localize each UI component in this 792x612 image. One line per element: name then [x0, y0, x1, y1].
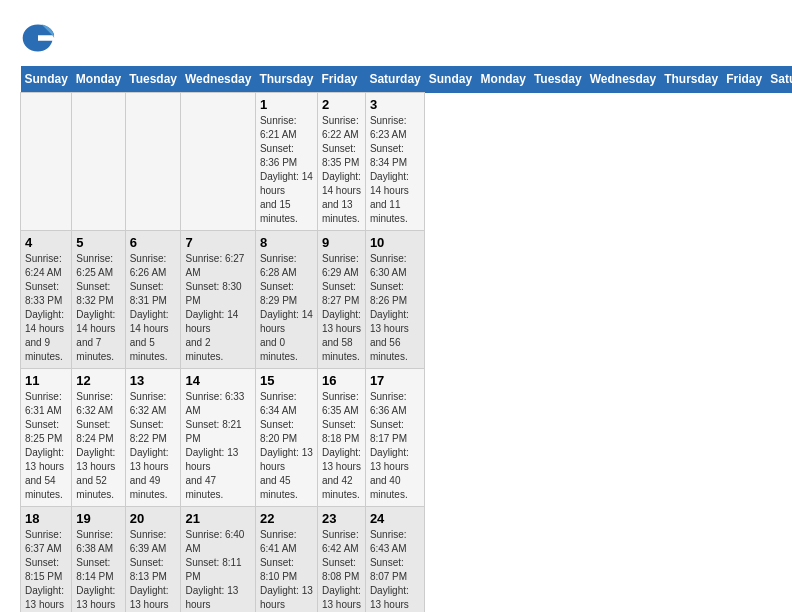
calendar-header-row: SundayMondayTuesdayWednesdayThursdayFrid… — [21, 66, 793, 93]
day-info: Sunrise: 6:27 AM Sunset: 8:30 PM Dayligh… — [185, 252, 250, 364]
calendar-cell: 15Sunrise: 6:34 AM Sunset: 8:20 PM Dayli… — [255, 369, 317, 507]
calendar-cell: 9Sunrise: 6:29 AM Sunset: 8:27 PM Daylig… — [317, 231, 365, 369]
day-number: 20 — [130, 511, 177, 526]
day-info: Sunrise: 6:29 AM Sunset: 8:27 PM Dayligh… — [322, 252, 361, 364]
calendar-cell: 18Sunrise: 6:37 AM Sunset: 8:15 PM Dayli… — [21, 507, 72, 613]
day-info: Sunrise: 6:32 AM Sunset: 8:22 PM Dayligh… — [130, 390, 177, 502]
day-info: Sunrise: 6:38 AM Sunset: 8:14 PM Dayligh… — [76, 528, 120, 612]
day-number: 14 — [185, 373, 250, 388]
day-info: Sunrise: 6:37 AM Sunset: 8:15 PM Dayligh… — [25, 528, 67, 612]
header-saturday: Saturday — [365, 66, 424, 93]
calendar-week-row: 18Sunrise: 6:37 AM Sunset: 8:15 PM Dayli… — [21, 507, 793, 613]
header-friday: Friday — [722, 66, 766, 93]
day-number: 12 — [76, 373, 120, 388]
day-number: 17 — [370, 373, 420, 388]
day-info: Sunrise: 6:32 AM Sunset: 8:24 PM Dayligh… — [76, 390, 120, 502]
day-number: 3 — [370, 97, 420, 112]
header-sunday: Sunday — [425, 66, 477, 93]
day-number: 9 — [322, 235, 361, 250]
day-number: 23 — [322, 511, 361, 526]
calendar-cell: 2Sunrise: 6:22 AM Sunset: 8:35 PM Daylig… — [317, 93, 365, 231]
day-info: Sunrise: 6:34 AM Sunset: 8:20 PM Dayligh… — [260, 390, 313, 502]
day-info: Sunrise: 6:41 AM Sunset: 8:10 PM Dayligh… — [260, 528, 313, 612]
day-info: Sunrise: 6:31 AM Sunset: 8:25 PM Dayligh… — [25, 390, 67, 502]
calendar-cell: 13Sunrise: 6:32 AM Sunset: 8:22 PM Dayli… — [125, 369, 181, 507]
header-tuesday: Tuesday — [530, 66, 586, 93]
day-info: Sunrise: 6:43 AM Sunset: 8:07 PM Dayligh… — [370, 528, 420, 612]
day-info: Sunrise: 6:25 AM Sunset: 8:32 PM Dayligh… — [76, 252, 120, 364]
header-monday: Monday — [477, 66, 530, 93]
calendar-cell: 21Sunrise: 6:40 AM Sunset: 8:11 PM Dayli… — [181, 507, 255, 613]
logo-icon — [20, 20, 56, 56]
calendar-cell: 8Sunrise: 6:28 AM Sunset: 8:29 PM Daylig… — [255, 231, 317, 369]
day-info: Sunrise: 6:30 AM Sunset: 8:26 PM Dayligh… — [370, 252, 420, 364]
header-thursday: Thursday — [660, 66, 722, 93]
calendar-cell: 12Sunrise: 6:32 AM Sunset: 8:24 PM Dayli… — [72, 369, 125, 507]
day-number: 16 — [322, 373, 361, 388]
calendar-cell — [125, 93, 181, 231]
calendar-cell: 17Sunrise: 6:36 AM Sunset: 8:17 PM Dayli… — [365, 369, 424, 507]
day-number: 2 — [322, 97, 361, 112]
calendar-cell: 5Sunrise: 6:25 AM Sunset: 8:32 PM Daylig… — [72, 231, 125, 369]
logo — [20, 20, 62, 56]
day-number: 7 — [185, 235, 250, 250]
header-thursday: Thursday — [255, 66, 317, 93]
header-wednesday: Wednesday — [181, 66, 255, 93]
day-number: 22 — [260, 511, 313, 526]
header-saturday: Saturday — [766, 66, 792, 93]
day-number: 10 — [370, 235, 420, 250]
day-number: 5 — [76, 235, 120, 250]
day-info: Sunrise: 6:24 AM Sunset: 8:33 PM Dayligh… — [25, 252, 67, 364]
day-info: Sunrise: 6:35 AM Sunset: 8:18 PM Dayligh… — [322, 390, 361, 502]
day-number: 8 — [260, 235, 313, 250]
calendar-cell: 19Sunrise: 6:38 AM Sunset: 8:14 PM Dayli… — [72, 507, 125, 613]
calendar-cell: 7Sunrise: 6:27 AM Sunset: 8:30 PM Daylig… — [181, 231, 255, 369]
day-info: Sunrise: 6:22 AM Sunset: 8:35 PM Dayligh… — [322, 114, 361, 226]
calendar-cell: 11Sunrise: 6:31 AM Sunset: 8:25 PM Dayli… — [21, 369, 72, 507]
day-info: Sunrise: 6:39 AM Sunset: 8:13 PM Dayligh… — [130, 528, 177, 612]
header-monday: Monday — [72, 66, 125, 93]
day-info: Sunrise: 6:28 AM Sunset: 8:29 PM Dayligh… — [260, 252, 313, 364]
calendar-cell: 6Sunrise: 6:26 AM Sunset: 8:31 PM Daylig… — [125, 231, 181, 369]
day-info: Sunrise: 6:40 AM Sunset: 8:11 PM Dayligh… — [185, 528, 250, 612]
calendar-cell: 20Sunrise: 6:39 AM Sunset: 8:13 PM Dayli… — [125, 507, 181, 613]
calendar-cell: 10Sunrise: 6:30 AM Sunset: 8:26 PM Dayli… — [365, 231, 424, 369]
calendar-cell: 22Sunrise: 6:41 AM Sunset: 8:10 PM Dayli… — [255, 507, 317, 613]
calendar-cell — [181, 93, 255, 231]
calendar-week-row: 4Sunrise: 6:24 AM Sunset: 8:33 PM Daylig… — [21, 231, 793, 369]
day-info: Sunrise: 6:36 AM Sunset: 8:17 PM Dayligh… — [370, 390, 420, 502]
day-number: 24 — [370, 511, 420, 526]
day-number: 19 — [76, 511, 120, 526]
day-number: 4 — [25, 235, 67, 250]
day-info: Sunrise: 6:33 AM Sunset: 8:21 PM Dayligh… — [185, 390, 250, 502]
calendar-cell — [21, 93, 72, 231]
calendar-cell: 14Sunrise: 6:33 AM Sunset: 8:21 PM Dayli… — [181, 369, 255, 507]
day-number: 18 — [25, 511, 67, 526]
day-info: Sunrise: 6:23 AM Sunset: 8:34 PM Dayligh… — [370, 114, 420, 226]
day-number: 6 — [130, 235, 177, 250]
header-tuesday: Tuesday — [125, 66, 181, 93]
day-number: 13 — [130, 373, 177, 388]
header — [20, 20, 772, 56]
day-info: Sunrise: 6:42 AM Sunset: 8:08 PM Dayligh… — [322, 528, 361, 612]
calendar-cell: 1Sunrise: 6:21 AM Sunset: 8:36 PM Daylig… — [255, 93, 317, 231]
header-sunday: Sunday — [21, 66, 72, 93]
day-number: 1 — [260, 97, 313, 112]
calendar-cell: 3Sunrise: 6:23 AM Sunset: 8:34 PM Daylig… — [365, 93, 424, 231]
header-friday: Friday — [317, 66, 365, 93]
day-number: 15 — [260, 373, 313, 388]
calendar-cell: 4Sunrise: 6:24 AM Sunset: 8:33 PM Daylig… — [21, 231, 72, 369]
header-wednesday: Wednesday — [586, 66, 660, 93]
calendar-week-row: 1Sunrise: 6:21 AM Sunset: 8:36 PM Daylig… — [21, 93, 793, 231]
day-number: 11 — [25, 373, 67, 388]
calendar-cell: 16Sunrise: 6:35 AM Sunset: 8:18 PM Dayli… — [317, 369, 365, 507]
day-info: Sunrise: 6:26 AM Sunset: 8:31 PM Dayligh… — [130, 252, 177, 364]
calendar-week-row: 11Sunrise: 6:31 AM Sunset: 8:25 PM Dayli… — [21, 369, 793, 507]
calendar-cell — [72, 93, 125, 231]
calendar-table: SundayMondayTuesdayWednesdayThursdayFrid… — [20, 66, 792, 612]
calendar-cell: 24Sunrise: 6:43 AM Sunset: 8:07 PM Dayli… — [365, 507, 424, 613]
calendar-cell: 23Sunrise: 6:42 AM Sunset: 8:08 PM Dayli… — [317, 507, 365, 613]
day-info: Sunrise: 6:21 AM Sunset: 8:36 PM Dayligh… — [260, 114, 313, 226]
day-number: 21 — [185, 511, 250, 526]
